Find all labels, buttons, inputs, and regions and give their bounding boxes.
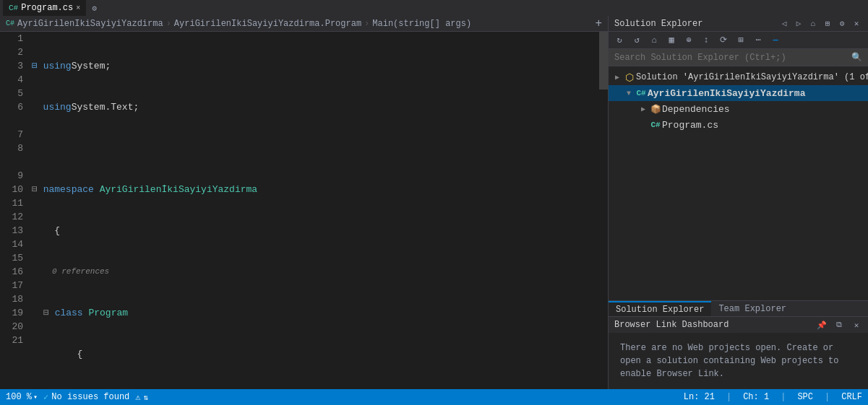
active-tab[interactable]: C# Program.cs ×: [3, 0, 86, 16]
ln16: 16: [0, 265, 23, 279]
status-no-issues-label: No issues found: [51, 392, 129, 402]
ln6: 6: [0, 100, 23, 114]
breadcrumb-method[interactable]: Main(string[] args): [372, 19, 471, 29]
status-zoom-arrow-icon[interactable]: ▾: [33, 393, 38, 401]
programcs-icon: C#: [649, 118, 662, 131]
dependencies-item[interactable]: ▶ 📦 Dependencies: [609, 101, 868, 117]
ln17: 17: [0, 279, 23, 292]
project-label: AyriGirilenIkiSayiyiYazdirma: [648, 88, 805, 99]
panel-ctrl-back[interactable]: ◁: [778, 18, 790, 30]
project-expand-icon[interactable]: ▼: [623, 87, 635, 99]
breadcrumb-sep2: ›: [364, 19, 369, 29]
editor-area: C# AyriGirilenIkiSayiyiYazdirma › AyriGi…: [0, 16, 608, 389]
panel-ctrl-close[interactable]: ✕: [851, 18, 862, 30]
code-line-6: ⊟ class Program: [32, 306, 596, 320]
status-line-ending[interactable]: CRLF: [841, 392, 862, 402]
dependencies-icon: 📦: [649, 103, 662, 116]
status-no-issues[interactable]: ✓ No issues found: [43, 392, 129, 403]
panel-ctrl-home[interactable]: ⌂: [807, 18, 819, 30]
status-sep2: |: [781, 392, 786, 402]
se-toolbar-btn3[interactable]: ⌂: [646, 32, 662, 48]
se-toolbar-btn4[interactable]: ▦: [663, 32, 679, 48]
tab-solution-explorer[interactable]: Solution Explorer: [609, 301, 711, 317]
se-toolbar-btn6[interactable]: ↕: [698, 32, 714, 48]
solution-explorer-title: Solution Explorer: [614, 19, 778, 29]
breadcrumb-add-button[interactable]: +: [595, 17, 602, 30]
tab-close-button[interactable]: ×: [76, 4, 80, 12]
se-toolbar-btn7[interactable]: ⟳: [716, 32, 731, 48]
ln10: 10: [0, 183, 23, 196]
browser-link-close[interactable]: ✕: [851, 319, 862, 331]
solution-icon: ⬡: [623, 71, 636, 84]
status-left: 100 % ▾ ✓ No issues found ⚠ ⇅: [6, 392, 148, 403]
active-tab-label: Program.cs: [21, 3, 73, 13]
status-warning-arrows: ⇅: [144, 393, 149, 402]
code-line-ref2: 0 references: [32, 388, 596, 389]
code-line-3: [32, 141, 596, 155]
breadcrumb-class[interactable]: AyriGirilenIkiSayiyiYazdirma.Program: [174, 19, 361, 29]
line-numbers: 1 2 3 4 5 6 7 8 9 10 11 12 13 14 15 16 1…: [0, 32, 29, 389]
panel-ctrl-forward[interactable]: ▷: [793, 18, 804, 30]
project-item[interactable]: ▼ C# AyriGirilenIkiSayiyiYazdirma: [609, 85, 868, 101]
programcs-label: Program.cs: [662, 120, 718, 131]
ln2: 2: [0, 45, 23, 59]
programcs-item[interactable]: C# Program.cs: [609, 117, 868, 133]
browser-link-float[interactable]: ⧉: [833, 319, 845, 331]
browser-link-panel: Browser Link Dashboard 📌 ⧉ ✕ There are n…: [609, 316, 868, 389]
dependencies-expand-icon[interactable]: ▶: [637, 103, 649, 115]
ln3: 3: [0, 59, 23, 73]
ln9: 9: [0, 169, 23, 183]
code-line-1: ⊟ using System;: [32, 59, 596, 73]
code-line-5: {: [32, 224, 596, 238]
status-sep3: |: [825, 392, 830, 402]
code-content[interactable]: ⊟ using System; using System.Text; ⊟ nam…: [29, 32, 599, 389]
settings-gear-icon: ⚙: [92, 4, 97, 13]
settings-tab[interactable]: ⚙: [86, 0, 103, 16]
code-line-2: using System.Text;: [32, 100, 596, 114]
checkmark-icon: ✓: [43, 392, 48, 403]
se-toolbar-btn2[interactable]: ↺: [629, 32, 645, 48]
browser-link-message: There are no Web projects open. Create o…: [620, 343, 838, 379]
ln14: 14: [0, 238, 23, 251]
panel-ctrl-sync[interactable]: ⊞: [822, 18, 833, 30]
project-icon: C#: [635, 87, 648, 100]
solution-tree: ▶ ⬡ Solution 'AyriGirilenIkiSayiyiYazdir…: [609, 66, 868, 300]
se-toolbar: ↻ ↺ ⌂ ▦ ⊕ ↕ ⟳ ⊞ ⋯ —: [609, 32, 868, 49]
browser-link-title: Browser Link Dashboard: [614, 320, 810, 330]
solution-expand-icon[interactable]: ▶: [611, 71, 623, 83]
ln5: 5: [0, 87, 23, 100]
solution-item[interactable]: ▶ ⬡ Solution 'AyriGirilenIkiSayiyiYazdir…: [609, 69, 868, 85]
ln11: 11: [0, 196, 23, 210]
se-toolbar-btn8[interactable]: ⊞: [733, 32, 749, 48]
status-column: Ch: 1: [743, 392, 769, 402]
ln13: 13: [0, 224, 23, 238]
browser-link-header: Browser Link Dashboard 📌 ⧉ ✕: [609, 317, 868, 333]
browser-link-pin[interactable]: 📌: [816, 319, 828, 331]
se-bottom-tabs: Solution Explorer Team Explorer: [609, 300, 868, 316]
status-encoding[interactable]: SPC: [797, 392, 813, 402]
status-right: Ln: 21 | Ch: 1 | SPC | CRLF: [684, 392, 862, 402]
se-toolbar-btn10[interactable]: —: [768, 32, 783, 48]
status-zoom[interactable]: 100 % ▾: [6, 392, 38, 402]
editor-scrollbar-thumb[interactable]: [599, 32, 608, 90]
se-search-input[interactable]: [614, 53, 848, 63]
status-warning: ⚠ ⇅: [135, 392, 148, 403]
status-sep1: |: [726, 392, 731, 402]
code-editor[interactable]: 1 2 3 4 5 6 7 8 9 10 11 12 13 14 15 16 1…: [0, 32, 608, 389]
ln12: 12: [0, 210, 23, 224]
se-toolbar-btn1[interactable]: ↻: [611, 32, 627, 48]
breadcrumb: C# AyriGirilenIkiSayiyiYazdirma › AyriGi…: [0, 16, 608, 32]
panel-ctrl-settings[interactable]: ⚙: [836, 18, 848, 30]
tab-team-explorer[interactable]: Team Explorer: [711, 301, 794, 317]
breadcrumb-ns[interactable]: C# AyriGirilenIkiSayiyiYazdirma: [6, 19, 163, 29]
ln20: 20: [0, 320, 23, 334]
se-toolbar-btn9[interactable]: ⋯: [750, 32, 766, 48]
code-line-ref1: 0 references: [32, 265, 596, 279]
editor-scrollbar[interactable]: [599, 32, 608, 389]
warning-icon: ⚠: [135, 392, 140, 403]
cs-file-icon: C#: [6, 19, 14, 27]
se-toolbar-btn5[interactable]: ⊕: [681, 32, 697, 48]
programcs-expand-spacer: [637, 119, 649, 131]
ln18: 18: [0, 292, 23, 306]
panel-controls: ◁ ▷ ⌂ ⊞ ⚙ ✕: [778, 18, 862, 30]
